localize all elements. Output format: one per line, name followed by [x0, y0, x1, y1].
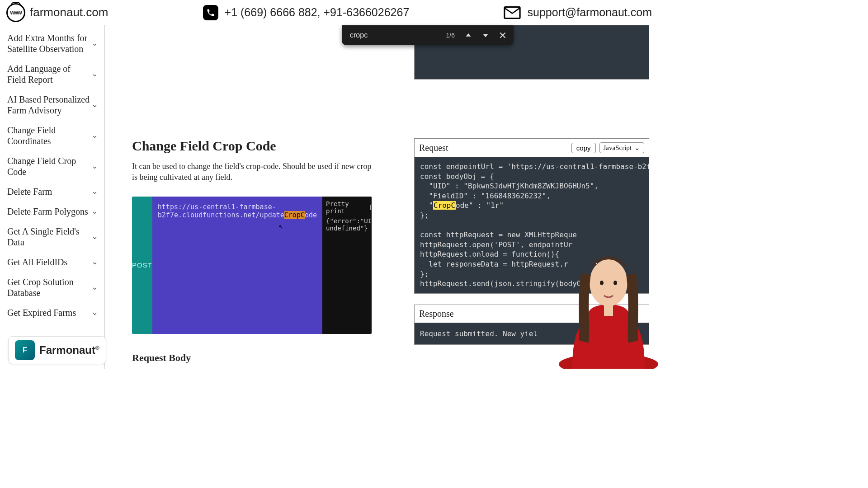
- sidebar-item-get-field-ids[interactable]: Get All FieldIDs⌄: [0, 252, 104, 272]
- api-url-pane: https://us-central1-farmbase-b2f7e.cloud…: [152, 197, 322, 334]
- sidebar-item-get-field-data[interactable]: Get A Single Field's Data⌄: [0, 221, 104, 252]
- chevron-down-icon: ⌄: [91, 131, 98, 141]
- top-header: www farmonaut.com +1 (669) 6666 882, +91…: [0, 0, 658, 25]
- pretty-print-checkbox[interactable]: [370, 205, 372, 210]
- sidebar-item-label: Change Field Coordinates: [7, 125, 91, 146]
- farmonaut-badge-text: Farmonaut®: [39, 344, 99, 357]
- sidebar-item-delete-polygons[interactable]: Delete Farm Polygons⌄: [0, 202, 104, 221]
- sidebar-item-change-crop-code[interactable]: Change Field Crop Code⌄: [0, 151, 104, 182]
- svg-point-1: [590, 259, 627, 306]
- doc-content: Change Field Crop Code It can be used to…: [105, 25, 414, 369]
- request-body-heading: Request Body: [132, 352, 402, 364]
- sidebar-item-ai-advisory[interactable]: AI Based Personalized Farm Advisory⌄: [0, 89, 104, 120]
- chevron-down-icon: ⌄: [91, 187, 98, 197]
- sidebar-item-add-months[interactable]: Add Extra Months for Satellite Observati…: [0, 28, 104, 59]
- phone-text: +1 (669) 6666 882, +91-6366026267: [225, 6, 410, 19]
- svg-point-3: [613, 281, 617, 285]
- www-icon: www: [6, 3, 25, 22]
- api-demo-box: POST https://us-central1-farmbase-b2f7e.…: [132, 197, 372, 334]
- url-part: https://us-central1-farmbase-b2f7e.cloud…: [158, 203, 284, 219]
- sidebar-item-delete-farm[interactable]: Delete Farm⌄: [0, 182, 104, 202]
- find-close-button[interactable]: [496, 29, 509, 42]
- chevron-down-icon: ⌄: [634, 144, 640, 152]
- sidebar-item-label: Delete Farm Polygons: [7, 206, 88, 217]
- find-in-page-bar: cropc 1/6: [342, 25, 514, 45]
- svg-rect-4: [604, 303, 613, 316]
- chevron-down-icon: ⌄: [91, 308, 98, 318]
- url-highlight: CropC: [284, 211, 305, 219]
- brand-block[interactable]: www farmonaut.com: [6, 3, 108, 22]
- url-part: ode: [305, 211, 317, 219]
- sidebar-item-add-language[interactable]: Add Language of Field Report⌄: [0, 59, 104, 89]
- sidebar-item-label: Add Language of Field Report: [7, 63, 91, 85]
- sidebar-item-label: Get A Single Field's Data: [7, 226, 91, 248]
- cursor-icon: ↖: [279, 222, 283, 230]
- language-label: JavaScript: [604, 144, 632, 152]
- phone-icon: [203, 5, 218, 20]
- sidebar-item-expired-farms[interactable]: Get Expired Farms⌄: [0, 303, 104, 323]
- api-response-pane: Pretty print {"error":"UID undefined"}: [322, 197, 372, 334]
- language-select[interactable]: JavaScript ⌄: [599, 142, 644, 153]
- farmonaut-badge[interactable]: F Farmonaut®: [8, 336, 106, 364]
- chevron-down-icon: ⌄: [91, 206, 98, 216]
- find-input[interactable]: cropc: [350, 31, 442, 39]
- presenter-avatar: [541, 224, 658, 369]
- doc-title: Change Field Crop Code: [132, 138, 402, 154]
- http-method-badge: POST: [132, 197, 152, 334]
- find-prev-button[interactable]: [462, 29, 475, 42]
- sidebar-item-label: Get Expired Farms: [7, 307, 76, 318]
- pretty-print-label: Pretty print: [326, 200, 368, 215]
- sidebar-item-change-coords[interactable]: Change Field Coordinates⌄: [0, 120, 104, 151]
- farmonaut-logo-icon: F: [15, 340, 35, 360]
- sidebar-item-label: Change Field Crop Code: [7, 155, 91, 177]
- chevron-down-icon: ⌄: [91, 282, 98, 292]
- find-next-button[interactable]: [479, 29, 492, 42]
- email-block[interactable]: support@farmonaut.com: [504, 6, 652, 19]
- chevron-down-icon: ⌄: [91, 69, 98, 79]
- svg-point-2: [600, 281, 604, 285]
- sidebar-item-label: AI Based Personalized Farm Advisory: [7, 94, 91, 116]
- sidebar-item-label: Get Crop Solution Database: [7, 277, 91, 298]
- email-text: support@farmonaut.com: [527, 6, 652, 19]
- chevron-down-icon: ⌄: [91, 257, 98, 267]
- phone-block[interactable]: +1 (669) 6666 882, +91-6366026267: [203, 5, 410, 20]
- sidebar-item-label: Add Extra Months for Satellite Observati…: [7, 33, 91, 54]
- copy-button[interactable]: copy: [571, 143, 596, 153]
- request-title: Request: [419, 143, 448, 153]
- sidebar-item-label: Delete Farm: [7, 186, 52, 197]
- brand-text: farmonaut.com: [30, 5, 108, 19]
- mail-icon: [504, 6, 521, 19]
- chevron-down-icon: ⌄: [91, 161, 98, 171]
- sidebar-nav: Add Extra Months for Satellite Observati…: [0, 25, 105, 369]
- api-response-text: {"error":"UID undefined"}: [326, 217, 372, 232]
- doc-description: It can be used to change the field's cro…: [132, 161, 376, 183]
- chevron-down-icon: ⌄: [91, 38, 98, 48]
- find-count: 1/6: [446, 32, 455, 39]
- chevron-down-icon: ⌄: [91, 232, 98, 242]
- chevron-down-icon: ⌄: [91, 100, 98, 110]
- sidebar-item-crop-solution-db[interactable]: Get Crop Solution Database⌄: [0, 272, 104, 303]
- sidebar-item-label: Get All FieldIDs: [7, 257, 67, 267]
